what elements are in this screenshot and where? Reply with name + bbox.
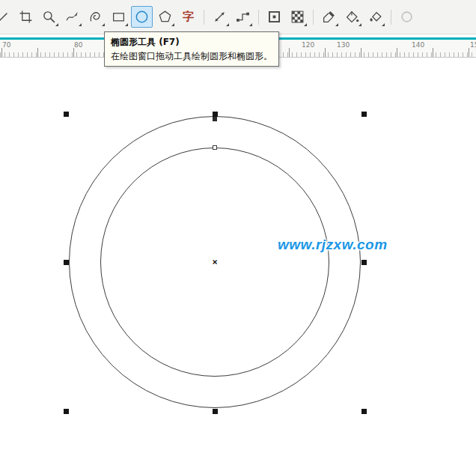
toolbar-separator [313, 10, 314, 25]
toolbar-separator [258, 10, 259, 25]
ruler-label: 140 [412, 41, 424, 49]
selection-handle-nw[interactable] [64, 112, 69, 117]
tool-knife[interactable] [0, 6, 13, 28]
text-tool-icon: 字 [183, 11, 194, 22]
ruler-label: 120 [302, 41, 314, 49]
tool-smart-fill[interactable] [341, 6, 363, 28]
selection-handle-s[interactable] [213, 409, 218, 414]
inner-circle-start-node[interactable] [213, 145, 217, 150]
tool-color-eyedropper[interactable] [318, 6, 340, 28]
selection-handle-n[interactable] [213, 112, 218, 117]
outline-pen-icon [400, 10, 414, 24]
eyedropper-icon [322, 10, 336, 24]
toolbar-separator [391, 10, 391, 25]
tool-interactive-fill[interactable] [364, 6, 386, 28]
contour-icon [267, 10, 281, 24]
tool-pattern-fill[interactable] [287, 6, 308, 28]
ruler-label: 130 [337, 41, 350, 49]
smart-fill-icon [345, 10, 359, 24]
rectangle-icon [112, 10, 126, 24]
knife-icon [0, 10, 10, 24]
selection-center-marker[interactable]: × [212, 258, 217, 267]
watermark-text: www.rjzxw.com [278, 237, 388, 253]
smart-drawing-icon [88, 10, 103, 24]
tool-text[interactable]: 字 [177, 6, 199, 28]
tooltip-title: 椭圆形工具 (F7) [111, 35, 272, 49]
tool-crop[interactable] [15, 6, 37, 28]
ruler-label: 80 [74, 41, 82, 49]
crop-icon [19, 10, 33, 24]
selection-handle-ne[interactable] [361, 112, 367, 117]
connector-icon [236, 10, 250, 24]
tool-smart-drawing[interactable] [85, 6, 106, 28]
polygon-icon [158, 10, 172, 24]
tool-polygon[interactable] [154, 6, 176, 28]
pattern-fill-icon [290, 10, 305, 24]
dimension-icon [213, 10, 227, 24]
tool-connector[interactable] [232, 6, 254, 28]
ruler-label: 70 [2, 41, 10, 49]
tool-zoom[interactable] [38, 6, 60, 28]
selection-handle-se[interactable] [361, 409, 367, 414]
selection-handle-w[interactable] [64, 260, 69, 265]
toolbar: 字 [0, 0, 476, 34]
tool-rectangle[interactable] [108, 6, 129, 28]
tool-freehand[interactable] [61, 6, 83, 28]
drawing-canvas[interactable]: × www.rjzxw.com [0, 58, 476, 450]
tool-parallel-dimension[interactable] [209, 6, 231, 28]
ruler-label: 150 [470, 41, 476, 49]
zoom-icon [42, 10, 56, 24]
tool-tooltip: 椭圆形工具 (F7) 在绘图窗口拖动工具绘制圆形和椭圆形。 [104, 31, 279, 67]
fill-bucket-icon [368, 10, 382, 24]
toolbar-separator [204, 10, 204, 25]
selection-handle-sw[interactable] [64, 409, 69, 414]
ellipse-icon [135, 10, 149, 24]
tool-outline-pen[interactable] [396, 6, 418, 28]
outer-circle-start-node[interactable] [213, 117, 217, 121]
tooltip-description: 在绘图窗口拖动工具绘制圆形和椭圆形。 [111, 49, 272, 64]
tool-ellipse[interactable] [131, 6, 153, 28]
tool-contour[interactable] [263, 6, 285, 28]
freehand-icon [65, 10, 79, 24]
selection-handle-e[interactable] [361, 260, 367, 265]
